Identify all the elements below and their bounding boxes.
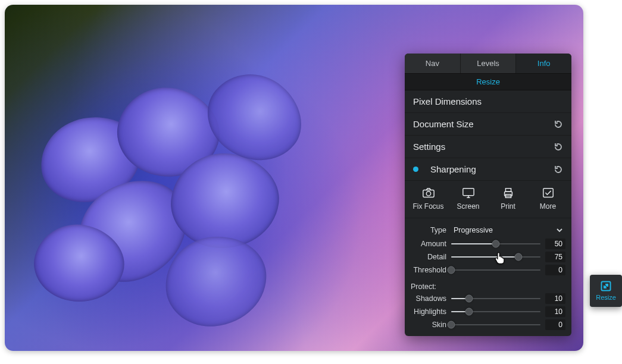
threshold-row: Threshold 0 (405, 263, 571, 277)
svg-rect-4 (505, 189, 511, 192)
highlights-row: Highlights 10 (405, 305, 571, 318)
type-label: Type (408, 226, 446, 234)
detail-value[interactable]: 75 (545, 252, 565, 262)
preset-label: Fix Focus (412, 202, 443, 211)
svg-point-1 (426, 192, 430, 196)
reset-icon[interactable] (554, 120, 563, 129)
reset-icon[interactable] (554, 142, 563, 152)
checkbox-icon (542, 187, 555, 199)
preset-more[interactable]: More (530, 187, 566, 211)
amount-row: Amount 50 (405, 237, 571, 250)
preset-fix-focus[interactable]: Fix Focus (411, 187, 446, 211)
protect-header: Protect: (405, 279, 571, 292)
amount-slider[interactable] (451, 239, 540, 249)
skin-row: Skin 0 (405, 318, 571, 336)
svg-rect-6 (543, 189, 552, 197)
tab-levels[interactable]: Levels (461, 54, 517, 73)
section-title: Document Size (413, 119, 474, 129)
svg-rect-2 (462, 189, 473, 196)
skin-slider[interactable] (451, 320, 540, 330)
section-title: Pixel Dimensions (413, 96, 482, 106)
monitor-icon (462, 187, 475, 199)
reset-icon[interactable] (554, 165, 563, 174)
sharpening-presets: Fix Focus Screen Print More (405, 181, 571, 218)
threshold-value[interactable]: 0 (545, 265, 565, 275)
highlights-value[interactable]: 10 (545, 306, 565, 317)
amount-value[interactable]: 50 (545, 239, 565, 249)
panel-tabs: Nav Levels Info (405, 54, 571, 73)
threshold-label: Threshold (408, 266, 446, 274)
chip-label: Resize (596, 294, 616, 301)
section-settings[interactable]: Settings (405, 136, 571, 158)
highlights-slider[interactable] (451, 307, 540, 316)
shadows-row: Shadows 10 (405, 292, 571, 305)
active-dot-icon (413, 167, 418, 172)
resize-link[interactable]: Resize (405, 73, 571, 90)
skin-value[interactable]: 0 (545, 319, 565, 330)
section-sharpening[interactable]: Sharpening (405, 158, 571, 181)
resize-icon (601, 281, 611, 291)
preset-label: More (540, 202, 556, 211)
shadows-slider[interactable] (451, 294, 540, 303)
skin-label: Skin (408, 321, 446, 329)
section-pixel-dimensions[interactable]: Pixel Dimensions (405, 90, 571, 113)
camera-icon (422, 187, 435, 199)
detail-slider[interactable] (451, 252, 540, 262)
detail-label: Detail (408, 253, 446, 261)
shadows-label: Shadows (408, 294, 446, 303)
preset-print[interactable]: Print (490, 187, 526, 211)
printer-icon (502, 187, 515, 199)
resize-chip[interactable]: Resize (590, 275, 622, 307)
shadows-value[interactable]: 10 (545, 293, 565, 304)
type-value: Progressive (454, 226, 493, 234)
tab-info[interactable]: Info (516, 54, 571, 73)
highlights-label: Highlights (408, 307, 446, 316)
threshold-slider[interactable] (451, 265, 540, 275)
section-document-size[interactable]: Document Size (405, 113, 571, 136)
type-select[interactable]: Progressive (451, 224, 565, 236)
tab-nav[interactable]: Nav (405, 54, 461, 73)
amount-label: Amount (408, 240, 446, 248)
preset-screen[interactable]: Screen (451, 187, 486, 211)
chevron-down-icon (556, 227, 563, 234)
preset-label: Print (501, 202, 515, 211)
detail-row: Detail 75 (405, 250, 571, 263)
section-title: Sharpening (424, 164, 476, 174)
section-title: Settings (413, 142, 445, 152)
info-panel: Nav Levels Info Resize Pixel Dimensions … (405, 54, 571, 336)
preset-label: Screen (457, 202, 479, 211)
type-row: Type Progressive (405, 223, 571, 237)
